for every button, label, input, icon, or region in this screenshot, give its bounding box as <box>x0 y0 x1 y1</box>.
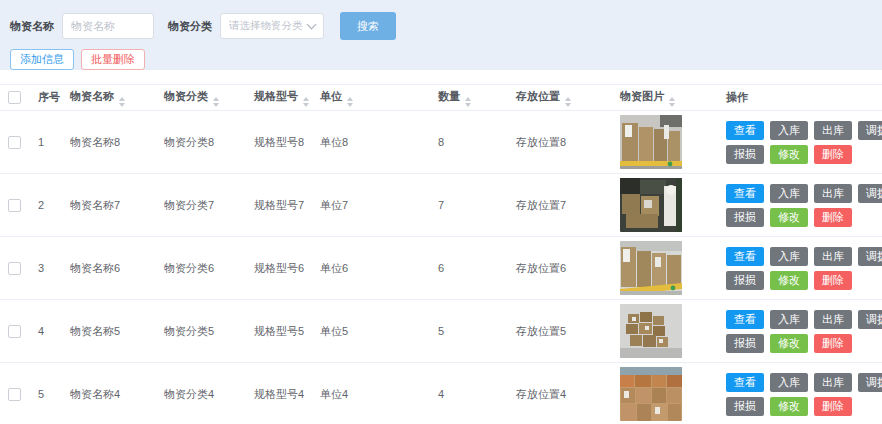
select-all-checkbox[interactable] <box>8 91 21 104</box>
name-filter-input[interactable] <box>62 13 154 39</box>
col-header-name[interactable]: 物资名称 <box>62 85 156 111</box>
edit-button[interactable]: 修改 <box>770 145 808 164</box>
chevron-down-icon <box>307 20 317 30</box>
name-filter-label: 物资名称 <box>10 19 54 34</box>
delete-button[interactable]: 删除 <box>814 334 852 353</box>
cell-category: 物资分类8 <box>156 111 246 174</box>
table-row: 1 物资名称8 物资分类8 规格型号8 单位8 8 存放位置8 <box>0 111 882 174</box>
col-header-unit[interactable]: 单位 <box>312 85 430 111</box>
cell-serial: 1 <box>30 111 62 174</box>
material-photo <box>620 367 682 421</box>
delete-button[interactable]: 删除 <box>814 397 852 416</box>
cell-unit: 单位5 <box>312 300 430 363</box>
sort-icon[interactable] <box>347 97 353 107</box>
edit-button[interactable]: 修改 <box>770 208 808 227</box>
sort-icon[interactable] <box>213 97 219 107</box>
sort-icon[interactable] <box>119 97 125 107</box>
sort-icon[interactable] <box>465 97 471 107</box>
cell-location: 存放位置5 <box>508 300 612 363</box>
stock-out-button[interactable]: 出库 <box>814 247 852 266</box>
material-photo <box>620 115 682 169</box>
transfer-button[interactable]: 调拨 <box>858 247 882 266</box>
stock-in-button[interactable]: 入库 <box>770 247 808 266</box>
view-button[interactable]: 查看 <box>726 373 764 392</box>
delete-button[interactable]: 删除 <box>814 145 852 164</box>
view-button[interactable]: 查看 <box>726 310 764 329</box>
stock-in-button[interactable]: 入库 <box>770 121 808 140</box>
row-checkbox[interactable] <box>8 199 21 212</box>
stock-out-button[interactable]: 出库 <box>814 310 852 329</box>
table-header-row: 序号 物资名称 物资分类 规格型号 单位 数量 存放位置 物资图片 操作 <box>0 85 882 111</box>
category-select[interactable]: 请选择物资分类 <box>220 13 324 39</box>
col-header-photo[interactable]: 物资图片 <box>612 85 718 111</box>
row-checkbox[interactable] <box>8 388 21 401</box>
view-button[interactable]: 查看 <box>726 121 764 140</box>
row-checkbox[interactable] <box>8 262 21 275</box>
delete-button[interactable]: 删除 <box>814 208 852 227</box>
cell-location: 存放位置4 <box>508 363 612 424</box>
row-checkbox[interactable] <box>8 325 21 338</box>
cell-category: 物资分类6 <box>156 237 246 300</box>
table-row: 3 物资名称6 物资分类6 规格型号6 单位6 6 存放位置6 <box>0 237 882 300</box>
stock-in-button[interactable]: 入库 <box>770 373 808 392</box>
cell-spec: 规格型号7 <box>246 174 312 237</box>
col-header-serial: 序号 <box>30 85 62 111</box>
edit-button[interactable]: 修改 <box>770 334 808 353</box>
stock-out-button[interactable]: 出库 <box>814 184 852 203</box>
cell-serial: 5 <box>30 363 62 424</box>
cell-unit: 单位8 <box>312 111 430 174</box>
cell-category: 物资分类4 <box>156 363 246 424</box>
col-header-category[interactable]: 物资分类 <box>156 85 246 111</box>
cell-spec: 规格型号4 <box>246 363 312 424</box>
cell-serial: 3 <box>30 237 62 300</box>
material-photo <box>620 178 682 232</box>
add-info-button[interactable]: 添加信息 <box>10 49 74 70</box>
cell-location: 存放位置7 <box>508 174 612 237</box>
report-loss-button[interactable]: 报损 <box>726 271 764 290</box>
report-loss-button[interactable]: 报损 <box>726 145 764 164</box>
sort-icon[interactable] <box>303 97 309 107</box>
edit-button[interactable]: 修改 <box>770 397 808 416</box>
cell-location: 存放位置6 <box>508 237 612 300</box>
stock-out-button[interactable]: 出库 <box>814 121 852 140</box>
category-filter-label: 物资分类 <box>168 19 212 34</box>
cell-qty: 4 <box>430 363 508 424</box>
view-button[interactable]: 查看 <box>726 184 764 203</box>
cell-spec: 规格型号6 <box>246 237 312 300</box>
cell-name: 物资名称4 <box>62 363 156 424</box>
panel-table-gap <box>0 70 882 84</box>
batch-delete-button[interactable]: 批量删除 <box>81 49 145 70</box>
row-checkbox[interactable] <box>8 136 21 149</box>
search-button[interactable]: 搜索 <box>340 12 396 40</box>
stock-out-button[interactable]: 出库 <box>814 373 852 392</box>
sort-icon[interactable] <box>565 97 571 107</box>
cell-qty: 5 <box>430 300 508 363</box>
sort-icon[interactable] <box>669 97 675 107</box>
cell-unit: 单位4 <box>312 363 430 424</box>
col-header-qty[interactable]: 数量 <box>430 85 508 111</box>
cell-qty: 6 <box>430 237 508 300</box>
transfer-button[interactable]: 调拨 <box>858 121 882 140</box>
cell-unit: 单位7 <box>312 174 430 237</box>
cell-unit: 单位6 <box>312 237 430 300</box>
cell-serial: 4 <box>30 300 62 363</box>
cell-name: 物资名称7 <box>62 174 156 237</box>
stock-in-button[interactable]: 入库 <box>770 310 808 329</box>
col-header-actions: 操作 <box>718 85 882 111</box>
cell-name: 物资名称6 <box>62 237 156 300</box>
material-photo <box>620 304 682 358</box>
edit-button[interactable]: 修改 <box>770 271 808 290</box>
report-loss-button[interactable]: 报损 <box>726 208 764 227</box>
report-loss-button[interactable]: 报损 <box>726 334 764 353</box>
col-header-spec[interactable]: 规格型号 <box>246 85 312 111</box>
stock-in-button[interactable]: 入库 <box>770 184 808 203</box>
cell-name: 物资名称8 <box>62 111 156 174</box>
view-button[interactable]: 查看 <box>726 247 764 266</box>
table-row: 5 物资名称4 物资分类4 规格型号4 单位4 4 存放位置4 <box>0 363 882 424</box>
col-header-location[interactable]: 存放位置 <box>508 85 612 111</box>
transfer-button[interactable]: 调拨 <box>858 184 882 203</box>
transfer-button[interactable]: 调拨 <box>858 373 882 392</box>
delete-button[interactable]: 删除 <box>814 271 852 290</box>
report-loss-button[interactable]: 报损 <box>726 397 764 416</box>
transfer-button[interactable]: 调拨 <box>858 310 882 329</box>
